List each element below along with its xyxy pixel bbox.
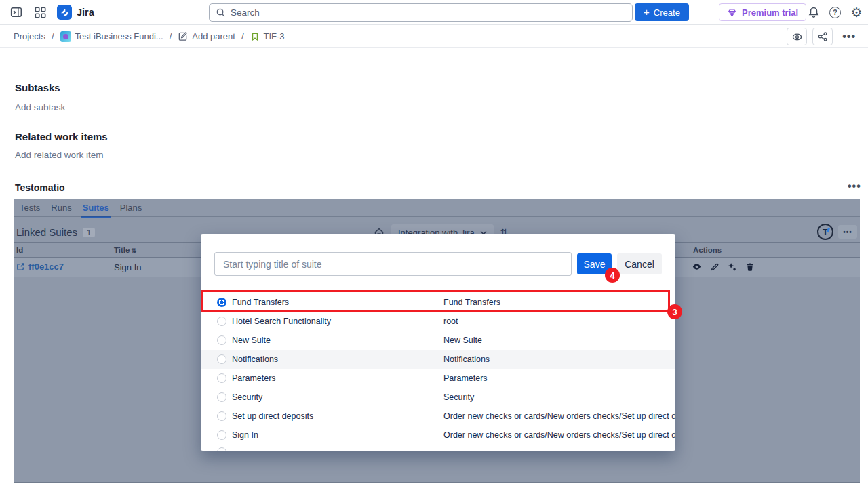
search-input[interactable] bbox=[231, 7, 626, 18]
suite-id-link[interactable]: ff0e1cc7 bbox=[16, 262, 64, 272]
issue-key-label: TIF-3 bbox=[264, 31, 285, 41]
edit-icon bbox=[178, 31, 188, 41]
breadcrumb-issue-key[interactable]: TIF-3 bbox=[250, 31, 285, 41]
radio-icon[interactable] bbox=[217, 354, 226, 364]
column-header-title[interactable]: Title⇅ bbox=[114, 246, 136, 254]
suite-picker-modal: Save Cancel Fund Transfers Fund Transfer… bbox=[201, 234, 675, 451]
radio-icon[interactable] bbox=[217, 411, 226, 421]
radio-icon[interactable] bbox=[217, 373, 226, 383]
add-related-item-link[interactable]: Add related work item bbox=[15, 150, 104, 160]
project-name: Test iBusiness Fundi... bbox=[75, 31, 163, 41]
suite-name: Set up direct deposits bbox=[232, 411, 313, 421]
premium-trial-button[interactable]: Premium trial bbox=[719, 3, 806, 21]
ellipsis-glyph: ••• bbox=[843, 228, 852, 236]
suite-path: Notifications bbox=[443, 354, 490, 364]
issue-type-bookmark-icon bbox=[250, 32, 260, 41]
share-button[interactable] bbox=[812, 28, 833, 45]
plus-icon: + bbox=[644, 7, 650, 17]
add-subtask-link[interactable]: Add subtask bbox=[15, 102, 65, 113]
suite-id-text: ff0e1cc7 bbox=[28, 262, 64, 272]
suite-name: Fund Transfers bbox=[232, 298, 289, 307]
jira-logo-icon bbox=[57, 5, 72, 20]
breadcrumb-bar: Projects / Test iBusiness Fundi... / Add… bbox=[0, 25, 868, 48]
suite-option-fund-transfers[interactable]: Fund Transfers Fund Transfers bbox=[201, 293, 675, 312]
sidebar-toggle-icon[interactable] bbox=[9, 5, 23, 19]
suite-option-security[interactable]: Security Security bbox=[201, 388, 675, 407]
issue-more-actions[interactable]: ••• bbox=[838, 30, 860, 43]
watch-button[interactable] bbox=[787, 28, 807, 45]
gem-icon bbox=[727, 7, 737, 18]
watch-eye-icon bbox=[791, 31, 803, 43]
linked-suites-title: Linked Suites 1 bbox=[16, 226, 95, 238]
share-icon bbox=[817, 31, 828, 42]
suite-name: Notifications bbox=[232, 354, 278, 364]
suite-title-cell: Sign In bbox=[114, 262, 141, 272]
radio-icon[interactable] bbox=[217, 336, 226, 345]
add-parent-button[interactable]: Add parent bbox=[178, 31, 235, 41]
create-button[interactable]: + Create bbox=[635, 3, 689, 21]
title-header-label: Title bbox=[114, 246, 130, 254]
suite-name: Security bbox=[232, 392, 262, 402]
suite-path: Order new checks or cards/New orders che… bbox=[443, 411, 675, 421]
help-icon[interactable]: ? bbox=[829, 7, 841, 18]
breadcrumb: Projects / Test iBusiness Fundi... / Add… bbox=[14, 25, 285, 47]
breadcrumb-project[interactable]: Test iBusiness Fundi... bbox=[60, 31, 163, 42]
suite-option-notifications[interactable]: Notifications Notifications bbox=[201, 350, 675, 369]
cancel-button[interactable]: Cancel bbox=[617, 253, 662, 274]
jira-home-link[interactable]: Jira bbox=[57, 5, 94, 20]
premium-trial-label: Premium trial bbox=[742, 7, 798, 18]
suite-option-parameters[interactable]: Parameters Parameters bbox=[201, 369, 675, 388]
ai-sparkles-icon[interactable] bbox=[727, 262, 737, 272]
subtasks-heading: Subtasks bbox=[15, 82, 60, 94]
related-items-heading: Related work items bbox=[15, 131, 108, 142]
delete-trash-icon[interactable] bbox=[745, 262, 755, 272]
row-actions bbox=[692, 262, 755, 272]
edit-pencil-icon[interactable] bbox=[709, 262, 719, 272]
linked-suites-label: Linked Suites bbox=[16, 226, 77, 238]
suite-path: Order new checks or cards/New orders che… bbox=[443, 430, 675, 440]
app-switcher-icon[interactable] bbox=[33, 5, 47, 19]
suite-option-direct-deposits[interactable]: Set up direct deposits Order new checks … bbox=[201, 407, 675, 426]
settings-gear-icon[interactable]: ⚙ bbox=[850, 5, 863, 19]
search-icon bbox=[216, 7, 226, 18]
top-navigation-bar: Jira + Create Premium trial ? ⚙ bbox=[0, 0, 868, 25]
view-eye-icon[interactable] bbox=[692, 262, 702, 272]
column-header-actions: Actions bbox=[693, 246, 722, 254]
suite-path: New Suite bbox=[443, 336, 482, 345]
testomatio-more-actions[interactable]: ••• bbox=[848, 180, 861, 192]
annotation-step-3: 3 bbox=[667, 304, 682, 319]
radio-icon[interactable] bbox=[217, 392, 226, 402]
suite-option-new-suite[interactable]: New Suite New Suite bbox=[201, 331, 675, 350]
radio-icon-clipped bbox=[217, 447, 226, 451]
logo-accent bbox=[827, 228, 830, 233]
external-link-icon bbox=[16, 262, 25, 271]
question-glyph: ? bbox=[833, 8, 837, 16]
notifications-bell-icon[interactable] bbox=[807, 5, 821, 19]
jira-issue-page: Jira + Create Premium trial ? ⚙ bbox=[0, 0, 868, 488]
panel-more-actions[interactable]: ••• bbox=[838, 225, 857, 239]
breadcrumb-separator: / bbox=[52, 31, 54, 41]
suite-option-hotel-search[interactable]: Hotel Search Functionality root bbox=[201, 312, 675, 331]
breadcrumb-projects[interactable]: Projects bbox=[14, 31, 45, 41]
suite-option-sign-in[interactable]: Sign In Order new checks or cards/New or… bbox=[201, 426, 675, 445]
breadcrumb-separator: / bbox=[241, 31, 244, 41]
linked-suites-count-badge: 1 bbox=[83, 228, 95, 237]
annotation-step-4: 4 bbox=[605, 268, 620, 283]
suite-options-list: Fund Transfers Fund Transfers Hotel Sear… bbox=[201, 293, 675, 445]
gear-glyph: ⚙ bbox=[850, 6, 862, 19]
suite-path: Fund Transfers bbox=[443, 298, 500, 307]
suite-path: Parameters bbox=[443, 373, 488, 383]
project-avatar bbox=[60, 31, 71, 42]
suite-path: root bbox=[443, 317, 458, 326]
radio-icon[interactable] bbox=[217, 317, 226, 326]
radio-icon[interactable] bbox=[217, 430, 226, 440]
suite-name: Parameters bbox=[232, 373, 276, 383]
global-search[interactable] bbox=[209, 3, 633, 22]
create-label: Create bbox=[654, 7, 680, 18]
tabs-divider bbox=[14, 216, 860, 217]
suite-title-input[interactable] bbox=[214, 252, 572, 276]
column-header-id[interactable]: Id bbox=[16, 246, 23, 254]
suite-path: Security bbox=[443, 392, 474, 402]
radio-selected-icon[interactable] bbox=[217, 298, 226, 307]
testomatio-logo[interactable]: T bbox=[817, 224, 833, 240]
